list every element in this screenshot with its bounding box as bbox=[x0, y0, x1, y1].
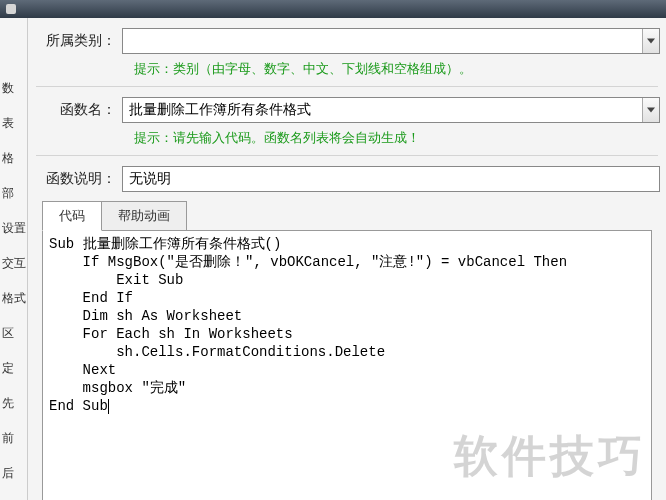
main-panel: 所属类别： 提示：类别（由字母、数字、中文、下划线和空格组成）。 函数名： 提示… bbox=[28, 18, 666, 500]
funcname-dropdown-arrow[interactable] bbox=[642, 98, 659, 122]
category-field[interactable] bbox=[122, 28, 660, 54]
funcname-hint: 提示：请先输入代码。函数名列表将会自动生成！ bbox=[34, 125, 660, 155]
side-items: 数表格部设置交互格式区定先前后新选 bbox=[2, 62, 26, 500]
chevron-down-icon bbox=[647, 107, 655, 113]
side-item[interactable]: 数 bbox=[2, 80, 26, 97]
tab-bar: 代码 帮助动画 bbox=[42, 200, 660, 230]
side-item[interactable]: 前 bbox=[2, 430, 26, 447]
code-editor[interactable]: Sub 批量删除工作簿所有条件格式() If MsgBox("是否删除！", v… bbox=[42, 230, 652, 500]
funcname-label: 函数名： bbox=[34, 101, 122, 119]
desc-field[interactable] bbox=[122, 166, 660, 192]
window-titlebar bbox=[0, 0, 666, 18]
chevron-down-icon bbox=[647, 38, 655, 44]
side-item[interactable]: 交互 bbox=[2, 255, 26, 272]
category-dropdown-arrow[interactable] bbox=[642, 29, 659, 53]
funcname-input[interactable] bbox=[123, 98, 642, 122]
side-item[interactable]: 先 bbox=[2, 395, 26, 412]
desc-label: 函数说明： bbox=[34, 170, 122, 188]
side-item[interactable]: 定 bbox=[2, 360, 26, 377]
text-cursor bbox=[108, 399, 109, 414]
tab-help[interactable]: 帮助动画 bbox=[101, 201, 187, 230]
side-toolbar: 数表格部设置交互格式区定先前后新选 bbox=[0, 18, 28, 500]
category-input[interactable] bbox=[123, 29, 642, 53]
side-item[interactable]: 部 bbox=[2, 185, 26, 202]
window-icon bbox=[6, 4, 16, 14]
category-label: 所属类别： bbox=[34, 32, 122, 50]
side-item[interactable]: 格式 bbox=[2, 290, 26, 307]
code-text[interactable]: Sub 批量删除工作簿所有条件格式() If MsgBox("是否删除！", v… bbox=[43, 231, 651, 419]
desc-input[interactable] bbox=[123, 167, 659, 191]
category-hint: 提示：类别（由字母、数字、中文、下划线和空格组成）。 bbox=[34, 56, 660, 86]
side-item[interactable]: 表 bbox=[2, 115, 26, 132]
side-item[interactable]: 格 bbox=[2, 150, 26, 167]
side-item[interactable]: 后 bbox=[2, 465, 26, 482]
side-item[interactable]: 区 bbox=[2, 325, 26, 342]
tab-code[interactable]: 代码 bbox=[42, 201, 102, 231]
side-item[interactable]: 设置 bbox=[2, 220, 26, 237]
funcname-field[interactable] bbox=[122, 97, 660, 123]
